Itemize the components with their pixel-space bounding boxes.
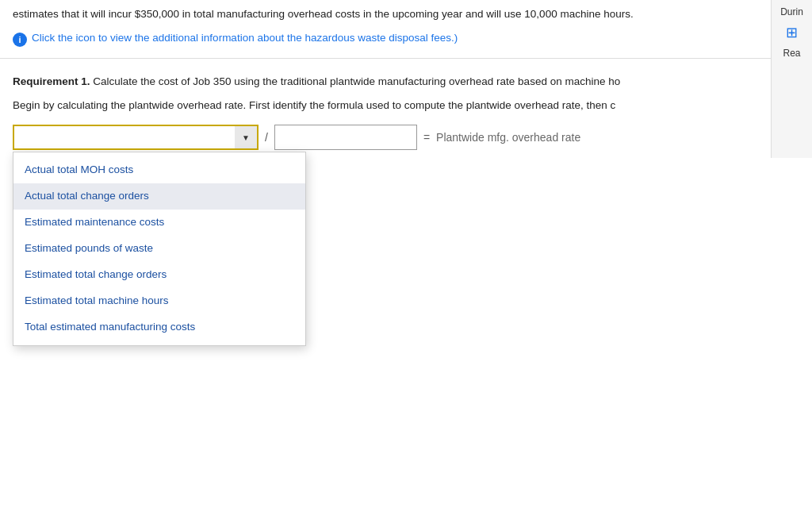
slash-symbol: / — [265, 131, 268, 144]
top-description: estimates that it will incur $350,000 in… — [0, 0, 812, 27]
equals-symbol: = — [423, 131, 430, 144]
dropdown-item-est-pounds-waste[interactable]: Estimated pounds of waste — [13, 236, 305, 262]
begin-text: Begin by calculating the plantwide overh… — [13, 97, 799, 114]
dropdown-item-est-change-orders[interactable]: Estimated total change orders — [13, 262, 305, 288]
dropdown-select[interactable] — [13, 125, 259, 150]
second-input[interactable] — [274, 125, 417, 150]
right-panel: Durin ⊞ Rea — [771, 0, 812, 158]
dropdown-item-est-maintenance[interactable]: Estimated maintenance costs — [13, 210, 305, 236]
requirement-label: Requirement 1. — [13, 75, 90, 87]
formula-row: Actual total MOH costs Actual total chan… — [13, 125, 799, 150]
info-bar: i Click the icon to view the additional … — [0, 27, 812, 52]
during-label: Durin — [780, 6, 803, 17]
dropdown-item-actual-change-orders[interactable]: Actual total change orders — [13, 183, 305, 210]
grid-icon[interactable]: ⊞ — [786, 24, 798, 41]
dropdown-menu: Actual total MOH costs Actual total chan… — [13, 152, 306, 345]
requirement-body: Calculate the cost of Job 350 using the … — [90, 75, 621, 87]
info-bar-text: Click the icon to view the additional in… — [32, 32, 458, 44]
dropdown-item-actual-moh[interactable]: Actual total MOH costs — [13, 157, 305, 183]
requirement-section: Requirement 1. Calculate the cost of Job… — [0, 65, 812, 158]
dropdown-container[interactable]: Actual total MOH costs Actual total chan… — [13, 125, 259, 150]
requirement-text: Requirement 1. Calculate the cost of Job… — [13, 73, 799, 90]
info-icon[interactable]: i — [13, 33, 27, 47]
read-label: Rea — [783, 48, 800, 59]
divider — [0, 58, 812, 59]
top-description-text: estimates that it will incur $350,000 in… — [13, 8, 634, 20]
dropdown-item-est-machine-hours[interactable]: Estimated total machine hours — [13, 288, 305, 314]
result-label: Plantwide mfg. overhead rate — [436, 131, 580, 144]
dropdown-item-total-est-mfg-costs[interactable]: Total estimated manufacturing costs — [13, 314, 305, 341]
